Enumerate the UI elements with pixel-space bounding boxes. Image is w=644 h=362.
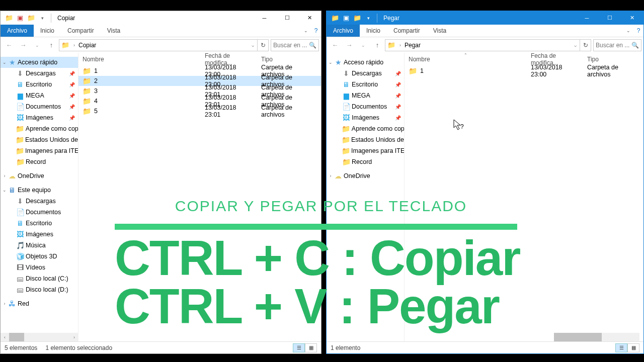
tree-folder-2[interactable]: 📁Estados Unidos desp	[327, 134, 404, 145]
ribbon-tab-share[interactable]: Compartir	[61, 25, 101, 37]
tree-downloads[interactable]: ⬇Descargas📌	[327, 68, 404, 79]
address-bar[interactable]: 📁 › Copiar ⌵ ↻	[59, 39, 269, 51]
qat-dropdown-icon[interactable]: ▾	[363, 13, 374, 24]
nav-back-button[interactable]: ←	[3, 39, 16, 51]
ribbon-tab-home[interactable]: Inicio	[34, 25, 61, 37]
tree-folder-3[interactable]: 📁Imagenes para ITEC	[1, 145, 78, 156]
tree-desktop[interactable]: 🖥Escritorio📌	[327, 79, 404, 90]
tree-folder-4[interactable]: 📁Record	[327, 156, 404, 167]
file-row[interactable]: 📁113/03/2018 23:00Carpeta de archivos	[405, 66, 643, 76]
view-large-button[interactable]: ▦	[627, 343, 639, 352]
nav-tree[interactable]: ⌄★Acceso rápido ⬇Descargas📌 🖥Escritorio📌…	[1, 53, 78, 341]
ribbon-tab-view[interactable]: Vista	[427, 25, 453, 37]
tree-network[interactable]: ›🖧Red	[1, 298, 78, 309]
nav-up-button[interactable]: ↑	[45, 39, 58, 51]
qat-properties-icon[interactable]: ▣	[15, 13, 26, 24]
refresh-button[interactable]: ↻	[580, 40, 591, 51]
breadcrumb[interactable]: Pegar	[403, 42, 423, 49]
address-dropdown-icon[interactable]: ⌵	[248, 43, 257, 48]
tree-pc-3d[interactable]: 🧊Objetos 3D	[1, 251, 78, 262]
search-input[interactable]: Buscar en ... 🔍	[271, 39, 319, 51]
tree-images[interactable]: 🖼Imágenes📌	[1, 112, 78, 123]
tree-pc-documents[interactable]: 📄Documentos	[1, 207, 78, 218]
chevron-right-icon[interactable]: ›	[72, 43, 76, 48]
column-type[interactable]: Tipo	[257, 56, 321, 63]
nav-back-button[interactable]: ←	[329, 39, 342, 51]
tree-horizontal-scrollbar[interactable]: ‹ ›	[1, 333, 78, 341]
tree-quick-access[interactable]: ⌄★Acceso rápido	[1, 57, 78, 68]
tree-pc-drive-c[interactable]: 🖴Disco local (C:)	[1, 273, 78, 284]
explorer-window-copiar: 📁 ▣ 📁 ▾ Copiar ─ ☐ ✕ Archivo Inicio Comp…	[0, 11, 321, 354]
column-type[interactable]: Tipo	[583, 56, 643, 63]
tree-pc-music[interactable]: 🎵Música	[1, 240, 78, 251]
tree-folder-2[interactable]: 📁Estados Unidos desp	[1, 134, 78, 145]
view-details-button[interactable]: ☰	[293, 343, 305, 352]
tree-folder-3[interactable]: 📁Imagenes para ITEC	[327, 145, 404, 156]
titlebar[interactable]: 📁 ▣ 📁 ▾ Copiar ─ ☐ ✕	[1, 11, 321, 25]
qat-newfolder-icon[interactable]: 📁	[352, 13, 363, 24]
view-large-button[interactable]: ▦	[305, 343, 317, 352]
nav-forward-button[interactable]: →	[343, 39, 356, 51]
qat-properties-icon[interactable]: ▣	[341, 13, 352, 24]
qat-newfolder-icon[interactable]: 📁	[26, 13, 37, 24]
tree-pc-desktop[interactable]: 🖥Escritorio	[1, 218, 78, 229]
scroll-left-icon[interactable]: ‹	[1, 333, 9, 341]
tree-folder-4[interactable]: 📁Record	[1, 156, 78, 167]
tree-onedrive[interactable]: ›☁OneDrive	[1, 170, 78, 182]
address-bar[interactable]: 📁 › Pegar ⌵ ↻	[385, 39, 591, 51]
tree-folder-1[interactable]: 📁Aprende como cop	[1, 123, 78, 134]
ribbon-tab-view[interactable]: Vista	[101, 25, 127, 37]
tree-images[interactable]: 🖼Imágenes📌	[327, 112, 404, 123]
column-name[interactable]: Nombre	[78, 56, 201, 63]
scrollbar-thumb[interactable]	[9, 333, 24, 341]
ribbon-tab-file[interactable]: Archivo	[327, 25, 360, 37]
chevron-right-icon[interactable]: ›	[398, 43, 403, 48]
ribbon-tab-share[interactable]: Compartir	[387, 25, 427, 37]
tree-documents[interactable]: 📄Documentos📌	[327, 101, 404, 112]
help-icon[interactable]: ?	[311, 25, 321, 37]
address-dropdown-icon[interactable]: ⌵	[571, 43, 580, 48]
minimize-button[interactable]: ─	[253, 11, 276, 25]
refresh-button[interactable]: ↻	[257, 40, 268, 51]
nav-recent-button[interactable]: ⌄	[31, 39, 44, 51]
tree-pc-images[interactable]: 🖼Imágenes	[1, 229, 78, 240]
tree-pc-drive-d[interactable]: 🖴Disco local (D:)	[1, 284, 78, 295]
maximize-button[interactable]: ☐	[276, 11, 298, 25]
list-horizontal-scrollbar[interactable]	[554, 333, 639, 341]
scroll-right-icon[interactable]: ›	[70, 333, 78, 341]
tree-pc-downloads[interactable]: ⬇Descargas	[1, 196, 78, 207]
ribbon-tab-home[interactable]: Inicio	[360, 25, 387, 37]
close-button[interactable]: ✕	[298, 11, 321, 25]
breadcrumb[interactable]: Copiar	[76, 42, 98, 49]
file-row[interactable]: 📁513/03/2018 23:01Carpeta de archivos	[78, 106, 321, 116]
tree-pc-videos[interactable]: 🎞Vídeos	[1, 262, 78, 273]
close-button[interactable]: ✕	[621, 11, 643, 25]
tree-documents[interactable]: 📄Documentos📌	[1, 101, 78, 112]
tree-onedrive[interactable]: ›☁OneDrive	[327, 170, 404, 182]
nav-recent-button[interactable]: ⌄	[357, 39, 370, 51]
maximize-button[interactable]: ☐	[598, 11, 621, 25]
file-date: 13/03/2018 23:01	[201, 104, 257, 118]
nav-up-button[interactable]: ↑	[371, 39, 384, 51]
qat-dropdown-icon[interactable]: ▾	[37, 13, 48, 24]
tree-this-pc[interactable]: ⌄🖥Este equipo	[1, 185, 78, 196]
tree-mega[interactable]: ▆MEGA📌	[1, 90, 78, 101]
file-list[interactable]: ⌃ Nombre Fecha de modifica... Tipo 📁113/…	[78, 53, 321, 341]
ribbon-expand-icon[interactable]: ⌄	[623, 25, 633, 37]
help-icon[interactable]: ?	[633, 25, 643, 37]
tree-downloads[interactable]: ⬇Descargas📌	[1, 68, 78, 79]
view-details-button[interactable]: ☰	[615, 343, 627, 352]
tree-desktop[interactable]: 🖥Escritorio📌	[1, 79, 78, 90]
nav-tree[interactable]: ⌄★Acceso rápido ⬇Descargas📌 🖥Escritorio📌…	[327, 53, 405, 341]
minimize-button[interactable]: ─	[576, 11, 598, 25]
file-list[interactable]: ⌃ Nombre Fecha de modifica... Tipo 📁113/…	[405, 53, 643, 341]
nav-forward-button[interactable]: →	[17, 39, 30, 51]
tree-quick-access[interactable]: ⌄★Acceso rápido	[327, 57, 404, 68]
tree-mega[interactable]: ▆MEGA📌	[327, 90, 404, 101]
search-input[interactable]: Buscar en ... 🔍	[593, 39, 641, 51]
ribbon-tab-file[interactable]: Archivo	[1, 25, 34, 37]
tree-folder-1[interactable]: 📁Aprende como cop	[327, 123, 404, 134]
titlebar[interactable]: 📁 ▣ 📁 ▾ Pegar ─ ☐ ✕	[327, 11, 643, 25]
scrollbar-thumb[interactable]	[554, 333, 602, 341]
ribbon-expand-icon[interactable]: ⌄	[301, 25, 311, 37]
